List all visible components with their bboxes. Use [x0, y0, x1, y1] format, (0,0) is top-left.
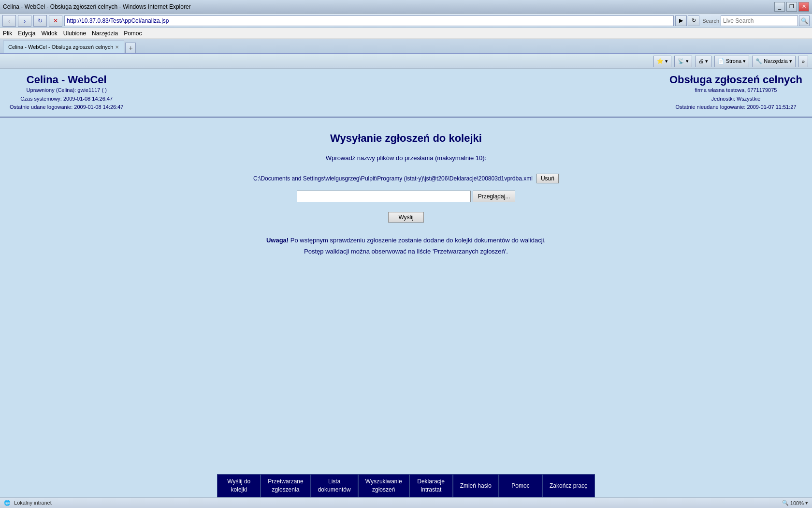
- address-bar: [64, 15, 674, 26]
- command-bar: ⭐ ▾ 📡 ▾ 🖨 ▾ 📄 Strona ▾ 🔧 Narzędzia ▾ »: [0, 54, 812, 69]
- header-failed-login-line: Ostatnie nieudane logowanie: 2009-01-07 …: [669, 103, 802, 112]
- header-company-info: firma własna testowa, 6771179075 Jednost…: [669, 86, 802, 112]
- header-right: Obsługa zgłoszeń celnych firma własna te…: [669, 74, 802, 112]
- browse-button[interactable]: Przeglądaj...: [473, 191, 516, 202]
- header-company-line: firma własna testowa, 6771179075: [669, 86, 802, 95]
- header-section-title: Obsługa zgłoszeń celnych: [669, 74, 802, 86]
- tab-close-button[interactable]: ✕: [115, 45, 119, 50]
- header-units-line: Jednostki: Wszystkie: [669, 95, 802, 104]
- header-failed-label: Ostatnie nieudane logowanie:: [675, 104, 745, 110]
- header-left: Celina - WebCel Uprawniony (Celina): gwi…: [10, 74, 123, 112]
- search-container: 🔍: [721, 15, 810, 26]
- new-tab-button[interactable]: +: [125, 43, 136, 53]
- notice-line1: Uwaga! Po wstępnym sprawdzeniu zgłoszeni…: [266, 235, 546, 246]
- notice-text1: Po wstępnym sprawdzeniu zgłoszenie zosta…: [289, 237, 546, 244]
- menu-edycja[interactable]: Edycja: [18, 30, 35, 37]
- forward-button[interactable]: ›: [18, 15, 31, 27]
- header-failed-value: 2009-01-07 11:51:27: [747, 104, 796, 110]
- menu-widok[interactable]: Widok: [41, 30, 57, 37]
- file-path-input[interactable]: [297, 191, 471, 202]
- site-header: Celina - WebCel Uprawniony (Celina): gwi…: [0, 69, 812, 118]
- header-user-info: Uprawniony (Celina): gwie1117 ( ) Czas s…: [10, 86, 123, 112]
- close-button[interactable]: ✕: [798, 2, 809, 12]
- print-button[interactable]: 🖨 ▾: [695, 56, 711, 67]
- live-search-label: Search: [702, 18, 719, 24]
- header-user-line: Uprawniony (Celina): gwie1117 ( ): [10, 86, 123, 95]
- file-row-1: C:\Documents and Settings\wielgusgrzeg\P…: [253, 174, 559, 183]
- browser-title: Celina - WebCel - Obsługa zgłoszeń celny…: [3, 3, 774, 10]
- browser-toolbar: ‹ › ↻ ✕ ▶ ↻ Search 🔍: [0, 14, 812, 28]
- menu-narzedzia[interactable]: Narzędzia: [92, 30, 118, 37]
- menu-bar: Plik Edycja Widok Ulubione Narzędzia Pom…: [0, 28, 812, 39]
- main-content: Wysyłanie zgłoszeń do kolejki Wprowadź n…: [0, 118, 812, 272]
- restore-button[interactable]: ❐: [786, 2, 797, 12]
- notice-box: Uwaga! Po wstępnym sprawdzeniu zgłoszeni…: [266, 235, 546, 257]
- menu-pomoc[interactable]: Pomoc: [124, 30, 142, 37]
- active-tab[interactable]: Celina - WebCel - Obsługa zgłoszeń celny…: [3, 41, 124, 53]
- extra-button[interactable]: »: [798, 56, 808, 67]
- header-time-line: Czas systemowy: 2009-01-08 14:26:47: [10, 95, 123, 104]
- menu-plik[interactable]: Plik: [3, 30, 12, 37]
- tools-button[interactable]: 🔧 Narzędzia ▾: [752, 56, 796, 67]
- address-input[interactable]: [67, 17, 671, 24]
- refresh-page-button[interactable]: ↻: [688, 15, 699, 26]
- back-button[interactable]: ‹: [2, 15, 16, 27]
- page-heading: Wysyłanie zgłoszeń do kolejki: [330, 132, 482, 145]
- stop-button[interactable]: ✕: [49, 15, 62, 27]
- header-app-title: Celina - WebCel: [10, 74, 123, 86]
- window-controls: _ ❐ ✕: [774, 2, 809, 12]
- go-button[interactable]: ▶: [675, 15, 687, 26]
- notice-bold: Uwaga!: [266, 237, 289, 244]
- page-wrapper: Celina - WebCel Uprawniony (Celina): gwi…: [0, 69, 812, 398]
- remove-file-button[interactable]: Usuń: [536, 174, 559, 183]
- minimize-button[interactable]: _: [774, 2, 785, 12]
- instruction-text: Wprowadź nazwy plików do przesłania (mak…: [326, 154, 486, 162]
- notice-line2: Postęp walidacji można obserwować na liś…: [266, 246, 546, 257]
- refresh-button[interactable]: ↻: [33, 15, 47, 27]
- send-button[interactable]: Wyślij: [388, 212, 423, 223]
- tab-label: Celina - WebCel - Obsługa zgłoszeń celny…: [8, 44, 113, 50]
- tabs-bar: Celina - WebCel - Obsługa zgłoszeń celny…: [0, 39, 812, 54]
- address-bar-container: ▶ ↻ Search 🔍: [64, 15, 810, 26]
- header-last-login-line: Ostatnie udane logowanie: 2009-01-08 14:…: [10, 103, 123, 112]
- search-go-button[interactable]: 🔍: [799, 15, 810, 26]
- file-input-row: Przeglądaj...: [297, 191, 516, 202]
- file-path-text: C:\Documents and Settings\wielgusgrzeg\P…: [253, 175, 533, 182]
- favorites-button[interactable]: ⭐ ▾: [653, 56, 671, 67]
- page-button[interactable]: 📄 Strona ▾: [714, 56, 750, 67]
- search-input[interactable]: [721, 15, 798, 26]
- browser-titlebar: Celina - WebCel - Obsługa zgłoszeń celny…: [0, 0, 812, 14]
- menu-ulubione[interactable]: Ulubione: [63, 30, 86, 37]
- feeds-button[interactable]: 📡 ▾: [674, 56, 692, 67]
